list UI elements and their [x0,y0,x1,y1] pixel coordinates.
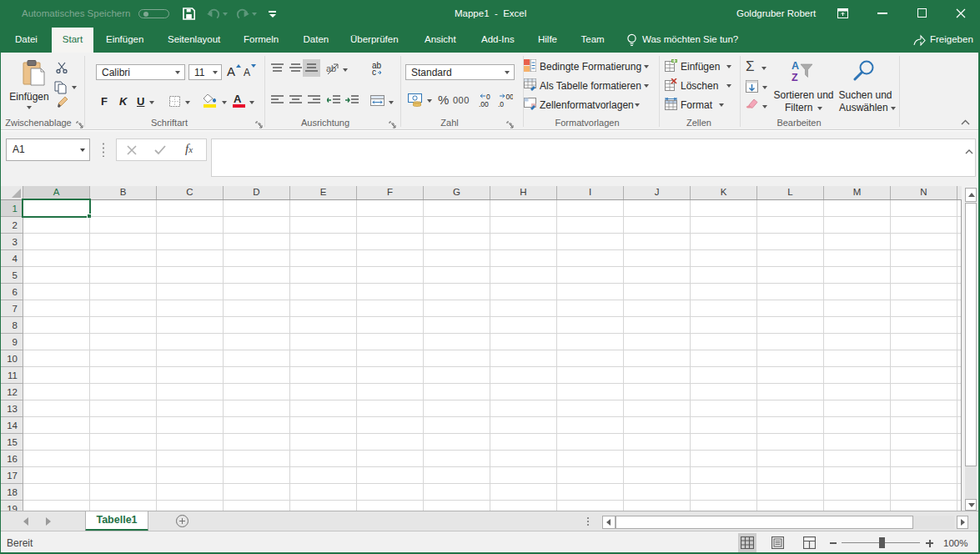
svg-text:A: A [792,60,799,72]
svg-text:ab: ab [326,63,336,73]
svg-text:Z: Z [792,72,798,82]
svg-text:00: 00 [506,93,514,101]
svg-text:c: c [372,68,376,76]
svg-text:,0: ,0 [498,100,504,108]
svg-text:,00: ,00 [479,100,489,108]
